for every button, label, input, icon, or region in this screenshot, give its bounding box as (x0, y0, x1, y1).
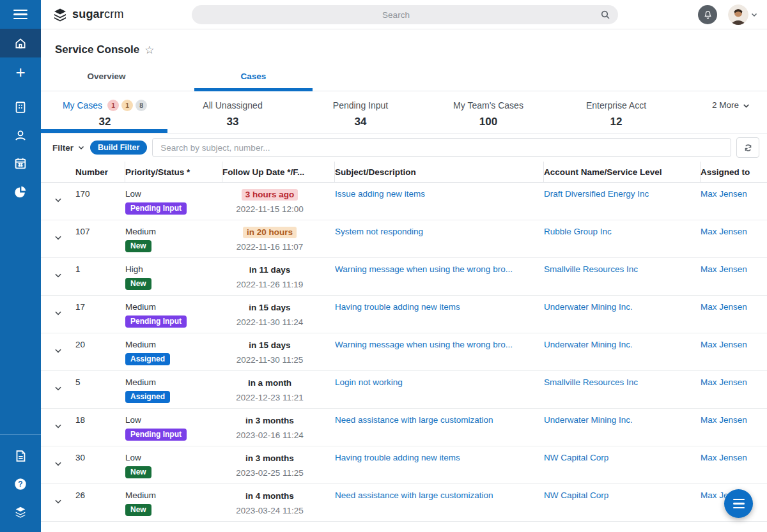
subtab-count: 12 (552, 116, 680, 128)
hamburger-icon (13, 7, 27, 22)
row-expand-button[interactable] (41, 484, 75, 506)
subtab-badges: 118 (107, 100, 147, 111)
case-subject-link[interactable]: Login not working (335, 377, 403, 387)
notes-icon[interactable] (13, 449, 27, 463)
refresh-button[interactable] (736, 137, 759, 158)
help-icon[interactable]: ? (13, 477, 27, 491)
notifications-button[interactable] (698, 5, 717, 24)
col-subject[interactable]: Subject/Description (335, 162, 544, 182)
status-badge: Pending Input (125, 315, 187, 328)
col-followup-date[interactable]: Follow Up Date */F... (222, 162, 335, 182)
followup-cell: 3 hours ago 2022-11-15 12:00 (222, 183, 335, 214)
row-expand-button[interactable] (41, 371, 75, 393)
plus-icon: + (15, 64, 25, 80)
case-subject-link[interactable]: Warning message when using the wrong bro… (335, 264, 513, 274)
followup-cell: in 15 days 2022-11-30 11:24 (222, 296, 335, 327)
more-tabs-button[interactable]: 2 More (712, 91, 750, 133)
user-menu[interactable] (728, 4, 758, 25)
assigned-user-link[interactable]: Max Jensen (701, 453, 747, 462)
col-account[interactable]: Account Name/Service Level (544, 162, 701, 182)
filter-dropdown[interactable]: Filter (52, 143, 85, 153)
global-search-input[interactable] (192, 10, 600, 20)
case-number: 17 (75, 296, 125, 312)
account-link[interactable]: Smallville Resources Inc (544, 264, 638, 274)
account-link[interactable]: Underwater Mining Inc. (544, 340, 633, 349)
followup-relative: in 3 months (242, 415, 298, 427)
chevron-down-icon (54, 271, 63, 280)
case-subject-link[interactable]: Issue adding new items (335, 189, 425, 199)
assigned-user-link[interactable]: Max Jensen (701, 189, 747, 199)
row-expand-button[interactable] (41, 446, 75, 468)
build-filter-button[interactable]: Build Filter (90, 141, 147, 155)
calendar-icon[interactable] (13, 156, 27, 171)
row-expand-button[interactable] (41, 333, 75, 355)
favorite-star-icon[interactable]: ☆ (144, 45, 154, 56)
followup-date: 2022-11-15 12:00 (222, 204, 317, 214)
col-priority-status[interactable]: Priority/Status * (125, 162, 222, 182)
brand-logo[interactable]: sugarcrm (52, 7, 124, 22)
priority-label: Low (125, 453, 222, 462)
col-assigned-to[interactable]: Assigned to (701, 162, 767, 182)
assigned-user-link[interactable]: Max Jensen (701, 302, 747, 312)
case-row: 5 Medium Assigned in a month 2022-12-23 … (41, 371, 767, 409)
case-search-input[interactable] (152, 138, 731, 157)
chevron-down-icon (750, 11, 758, 19)
priority-status-cell: Low New (125, 446, 222, 478)
row-expand-button[interactable] (41, 296, 75, 317)
assigned-user-link[interactable]: Max Jensen (701, 340, 747, 349)
subtab-enterprise-acct[interactable]: Enterprise Acct 12 (552, 91, 680, 133)
chevron-down-icon (54, 195, 63, 204)
assigned-user-link[interactable]: Max Jensen (701, 415, 747, 425)
tab-cases[interactable]: Cases (194, 68, 313, 91)
global-search[interactable] (192, 5, 618, 24)
status-badge: New (125, 278, 151, 290)
contacts-icon[interactable] (13, 128, 27, 142)
assigned-user-link[interactable]: Max Jensen (701, 377, 747, 387)
followup-cell: in a month 2022-12-23 11:21 (222, 371, 335, 402)
sidebar-item-create[interactable]: + (0, 57, 41, 86)
account-link[interactable]: Draft Diversified Energy Inc (544, 189, 649, 199)
case-subject-link[interactable]: Having trouble adding new items (335, 302, 460, 312)
account-link[interactable]: Rubble Group Inc (544, 227, 612, 236)
row-expand-button[interactable] (41, 220, 75, 242)
tab-overview[interactable]: Overview (54, 68, 159, 91)
case-number: 20 (75, 333, 125, 349)
main-menu-button[interactable] (0, 0, 41, 29)
case-subject-link[interactable]: Warning message when using the wrong bro… (335, 340, 513, 349)
case-subject-link[interactable]: Need assistance with large customization (335, 415, 493, 425)
account-link[interactable]: Underwater Mining Inc. (544, 415, 633, 425)
assigned-user-link[interactable]: Max Jensen (701, 264, 747, 274)
case-subject-link[interactable]: System not responding (335, 227, 423, 236)
followup-cell: in 4 months 2023-03-24 11:25 (222, 484, 335, 515)
account-link[interactable]: Underwater Mining Inc. (544, 302, 633, 312)
account-link[interactable]: NW Capital Corp (544, 490, 608, 500)
subtab-all-unassigned[interactable]: All Unassigned 33 (169, 91, 297, 133)
chevron-down-icon (77, 144, 85, 151)
subtab-pending-input[interactable]: Pending Input 34 (297, 91, 424, 133)
case-subject-link[interactable]: Need assistance with large customization (335, 490, 493, 500)
priority-label: Low (125, 189, 222, 199)
case-subject-link[interactable]: Having trouble adding new items (335, 453, 460, 462)
avatar (728, 4, 748, 25)
followup-relative: in 11 days (245, 264, 295, 276)
search-icon[interactable] (600, 10, 610, 20)
case-row: 107 Medium New in 20 hours 2022-11-16 11… (41, 220, 767, 258)
sidebar-item-home[interactable] (0, 29, 41, 57)
account-link[interactable]: Smallville Resources Inc (544, 377, 638, 387)
subtab-count: 33 (169, 116, 297, 128)
sugarcrm-layers-icon[interactable] (13, 505, 27, 519)
assigned-user-link[interactable]: Max Jensen (701, 227, 747, 236)
row-expand-button[interactable] (41, 409, 75, 430)
row-expand-button[interactable] (41, 258, 75, 280)
row-expand-button[interactable] (41, 183, 75, 204)
status-badge: New (125, 466, 151, 478)
reports-pie-icon[interactable] (13, 185, 27, 199)
account-link[interactable]: NW Capital Corp (544, 453, 608, 462)
col-number[interactable]: Number (75, 162, 125, 182)
subtab-my-team-s-cases[interactable]: My Team's Cases 100 (424, 91, 552, 133)
case-row: 170 Low Pending Input 3 hours ago 2022-1… (41, 183, 767, 220)
priority-status-cell: Medium New (125, 220, 222, 252)
subtab-my-cases[interactable]: My Cases118 32 (41, 91, 169, 133)
quick-actions-fab[interactable] (724, 489, 753, 518)
accounts-icon[interactable] (13, 100, 27, 114)
